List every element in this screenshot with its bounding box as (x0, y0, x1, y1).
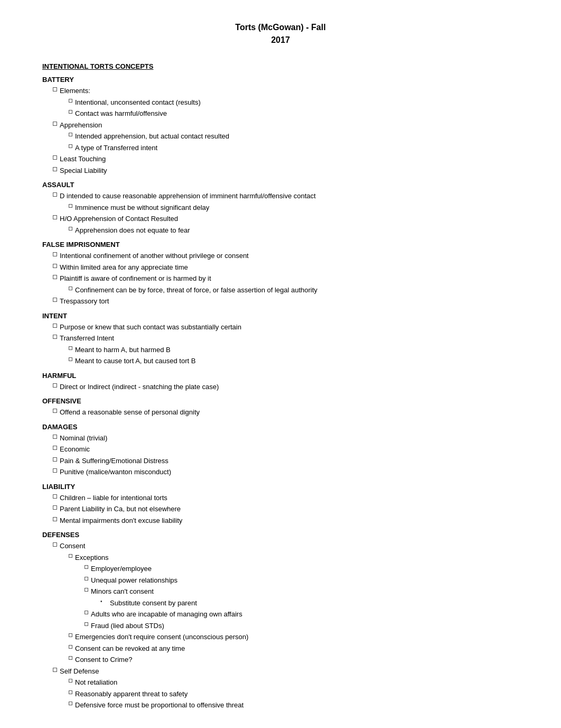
list-item: Within limited area for any appreciate t… (42, 262, 519, 273)
list-item: Intended apprehension, but actual contac… (42, 131, 519, 142)
list-item: Special Liability (42, 165, 519, 176)
list-item: Fraud (lied about STDs) (42, 621, 519, 631)
list-item: Meant to cause tort A, but caused tort B (42, 356, 519, 366)
list-item: Nominal (trivial) (42, 433, 519, 444)
list-item: Mental impairments don't excuse liabilit… (42, 515, 519, 526)
list-item: Least Touching (42, 154, 519, 164)
list-item: • Substitute consent by parent (42, 598, 519, 609)
damages-title: DAMAGES (42, 423, 519, 431)
list-item: Contact was harmful/offensive (42, 108, 519, 119)
list-item: Emergencies don't require consent (uncon… (42, 632, 519, 642)
list-item: Adults who are incapable of managing own… (42, 609, 519, 620)
section-header: INTENTIONAL TORTS CONCEPTS (42, 62, 519, 70)
list-item: Pain & Suffering/Emotional Distress (42, 456, 519, 466)
list-item: Apprehension (42, 120, 519, 131)
list-item: Consent to Crime? (42, 655, 519, 665)
list-item: Intentional confinement of another witho… (42, 251, 519, 261)
liability-title: LIABILITY (42, 483, 519, 491)
false-imprisonment-title: FALSE IMPRISONMENT (42, 241, 519, 248)
list-item: Offend a reasonable sense of personal di… (42, 407, 519, 418)
list-item: Children – liable for intentional torts (42, 493, 519, 503)
list-item: Apprehension does not equate to fear (42, 225, 519, 236)
list-item: Reasonably apparent threat to safety (42, 689, 519, 699)
intent-title: INTENT (42, 312, 519, 320)
list-item: Defensive force must be proportional to … (42, 700, 519, 711)
offensive-title: OFFENSIVE (42, 397, 519, 405)
harmful-title: HARMFUL (42, 372, 519, 380)
assault-title: ASSAULT (42, 181, 519, 189)
list-item: H/O Apprehension of Contact Resulted (42, 214, 519, 224)
list-item: Elements: (42, 86, 519, 96)
list-item: Not retaliation (42, 677, 519, 688)
list-item: Imminence must be without significant de… (42, 202, 519, 213)
list-item: Parent Liability in Ca, but not elsewher… (42, 504, 519, 514)
defenses-title: DEFENSES (42, 531, 519, 539)
list-item: Consent can be revoked at any time (42, 643, 519, 654)
list-item: Punitive (malice/wanton misconduct) (42, 467, 519, 477)
list-item: Meant to harm A, but harmed B (42, 345, 519, 355)
list-item: A type of Transferred intent (42, 143, 519, 153)
page-title: Torts (McGowan) - Fall 2017 (42, 21, 519, 47)
battery-title: BATTERY (42, 76, 519, 84)
list-item: Intentional, unconsented contact (result… (42, 97, 519, 108)
list-item: Plaintiff is aware of confinement or is … (42, 273, 519, 284)
list-item: Unequal power relationships (42, 575, 519, 586)
list-item: Consent (42, 541, 519, 551)
list-item: Trespassory tort (42, 296, 519, 307)
list-item: Self Defense (42, 666, 519, 677)
list-item: Direct or Indirect (indirect - snatching… (42, 382, 519, 392)
list-item: Exceptions (42, 552, 519, 563)
list-item: D intended to cause reasonable apprehens… (42, 191, 519, 201)
list-item: Transferred Intent (42, 333, 519, 344)
list-item: Minors can't consent (42, 586, 519, 597)
list-item: Economic (42, 444, 519, 455)
list-item: Purpose or knew that such contact was su… (42, 322, 519, 333)
list-item: Employer/employee (42, 564, 519, 574)
list-item: Confinement can be by force, threat of f… (42, 285, 519, 296)
